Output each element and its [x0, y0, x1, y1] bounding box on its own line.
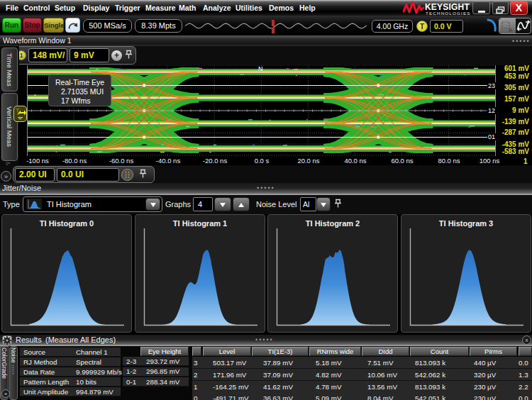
- svg-text:N: N: [258, 65, 263, 72]
